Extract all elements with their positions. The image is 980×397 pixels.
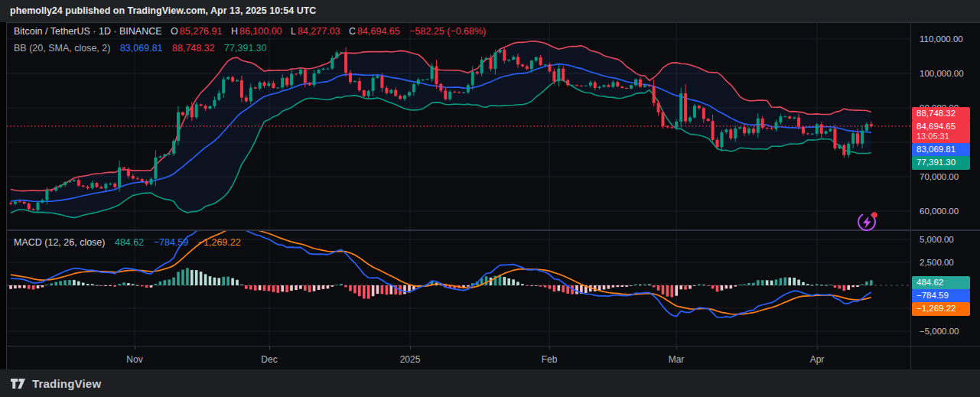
symbol-legend: Bitcoin / TetherUS · 1D · BINANCE O85,27… bbox=[14, 26, 486, 37]
time-axis-tick bbox=[817, 347, 818, 350]
close-value: 84,694.65 bbox=[357, 26, 400, 37]
bb-basis-value: 83,069.81 bbox=[120, 43, 163, 54]
price-axis[interactable]: 110,000.00100,000.0090,000.0080,000.0070… bbox=[910, 0, 980, 397]
footer-bar: TradingView bbox=[0, 369, 980, 397]
low-value: 84,277.03 bbox=[298, 26, 340, 37]
time-axis-label: Nov bbox=[126, 354, 142, 365]
change-value: −582.25 (−0.68%) bbox=[409, 26, 486, 37]
price-axis-label: 60,000.00 bbox=[920, 207, 959, 216]
time-axis-tick bbox=[269, 347, 270, 350]
price-axis-label: 110,000.00 bbox=[920, 34, 963, 44]
bb-upper-badge: 88,748.32 bbox=[912, 107, 970, 121]
macd-signal-value: −1,269.22 bbox=[198, 237, 241, 248]
macd-pane[interactable] bbox=[7, 231, 910, 346]
last-price-badge: 84,694.6513:05:31 bbox=[912, 120, 970, 144]
notification-dot-icon bbox=[871, 212, 877, 217]
low-label: L bbox=[291, 26, 296, 37]
screenshot-root: phemolly24 published on TradingView.com,… bbox=[0, 0, 980, 397]
time-axis-tick bbox=[676, 347, 677, 350]
bb-lower-value: 77,391.30 bbox=[224, 43, 267, 54]
macd-title[interactable]: MACD (12, 26, close) bbox=[14, 237, 105, 248]
main-price-pane[interactable] bbox=[7, 23, 910, 229]
price-axis-label: 100,000.00 bbox=[920, 69, 964, 78]
lightning-bolt-icon bbox=[863, 216, 871, 229]
flash-reaction-icon[interactable] bbox=[853, 208, 881, 236]
time-axis-label: Apr bbox=[810, 354, 825, 365]
time-axis[interactable]: NovDec2025FebMarApr bbox=[6, 346, 980, 370]
time-axis-tick bbox=[410, 347, 411, 350]
attribution-bar: phemolly24 published on TradingView.com,… bbox=[0, 0, 980, 22]
high-value: 86,100.00 bbox=[239, 26, 282, 37]
close-label: C bbox=[349, 26, 356, 37]
open-label: O bbox=[171, 26, 178, 37]
pane-separator[interactable] bbox=[6, 229, 980, 231]
time-axis-tick bbox=[549, 347, 550, 350]
price-axis-label: −5,000.00 bbox=[920, 327, 959, 336]
price-axis-label: 70,000.00 bbox=[920, 172, 959, 181]
attribution-text: phemolly24 published on TradingView.com,… bbox=[10, 5, 316, 16]
bb-upper-value: 88,748.32 bbox=[172, 43, 215, 54]
bb-basis-badge: 83,069.81 bbox=[912, 143, 970, 157]
macd-hist-badge: 484.62 bbox=[912, 276, 970, 290]
tradingview-logo-icon[interactable] bbox=[10, 377, 26, 390]
bb-title[interactable]: BB (20, SMA, close, 2) bbox=[14, 43, 110, 54]
macd-line-value: −784.59 bbox=[154, 237, 189, 248]
symbol-title[interactable]: Bitcoin / TetherUS · 1D · BINANCE bbox=[14, 26, 162, 37]
time-axis-label: 2025 bbox=[400, 354, 421, 365]
price-axis-label: 2,500.00 bbox=[920, 258, 954, 267]
tradingview-logo-text[interactable]: TradingView bbox=[32, 377, 101, 390]
macd-signal-badge: −1,269.22 bbox=[912, 302, 970, 316]
time-axis-label: Dec bbox=[261, 354, 277, 365]
time-axis-label: Mar bbox=[669, 354, 685, 365]
high-label: H bbox=[231, 26, 238, 37]
bb-lower-badge: 77,391.30 bbox=[912, 156, 970, 170]
macd-legend: MACD (12, 26, close) 484.62 −784.59 −1,2… bbox=[14, 237, 241, 248]
time-axis-tick bbox=[135, 347, 135, 350]
macd-line-badge: −784.59 bbox=[912, 289, 970, 303]
price-axis-label: 5,000.00 bbox=[920, 235, 954, 244]
open-value: 85,276.91 bbox=[180, 26, 223, 37]
time-axis-label: Feb bbox=[542, 354, 558, 365]
bb-legend: BB (20, SMA, close, 2) 83,069.81 88,748.… bbox=[14, 43, 267, 54]
macd-hist-value: 484.62 bbox=[115, 237, 144, 248]
